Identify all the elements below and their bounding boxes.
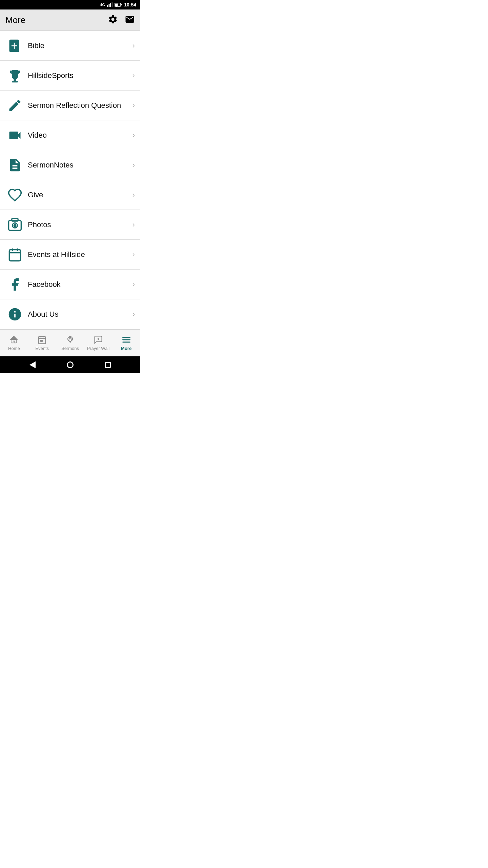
app-header: More xyxy=(0,9,140,31)
svg-line-7 xyxy=(117,3,117,7)
back-button[interactable] xyxy=(29,361,36,368)
tab-more[interactable]: More xyxy=(112,330,140,356)
settings-button[interactable] xyxy=(108,14,118,26)
svg-rect-17 xyxy=(9,250,21,261)
more-tab-icon xyxy=(122,335,131,344)
facebook-icon-wrapper xyxy=(5,277,24,292)
trophy-icon xyxy=(7,68,22,83)
svg-rect-12 xyxy=(12,81,18,82)
menu-item-hillside-sports[interactable]: HillsideSports › xyxy=(0,61,140,91)
edit-icon-wrapper xyxy=(5,98,24,113)
svg-rect-25 xyxy=(40,340,41,341)
svg-rect-15 xyxy=(12,218,18,221)
menu-item-hillside-sports-label: HillsideSports xyxy=(24,71,133,80)
more-tab-label: More xyxy=(121,346,131,351)
chevron-icon: › xyxy=(133,41,135,50)
video-icon-wrapper xyxy=(5,128,24,143)
chevron-icon: › xyxy=(133,131,135,140)
heart-icon-wrapper xyxy=(5,188,24,202)
home-tab-icon xyxy=(9,335,19,344)
svg-rect-5 xyxy=(121,4,122,5)
tab-home[interactable]: Home xyxy=(0,330,28,356)
svg-rect-6 xyxy=(115,4,118,6)
video-icon xyxy=(7,128,22,143)
svg-rect-11 xyxy=(14,79,16,81)
recents-button[interactable] xyxy=(104,361,111,368)
android-nav-bar xyxy=(0,356,140,373)
signal-bars-icon xyxy=(107,2,113,7)
messages-button[interactable] xyxy=(125,14,135,26)
trophy-icon-wrapper xyxy=(5,68,24,83)
chevron-icon: › xyxy=(133,280,135,289)
battery-icon xyxy=(115,3,122,7)
back-icon xyxy=(29,361,36,368)
mail-icon xyxy=(125,14,135,24)
home-icon xyxy=(67,361,74,368)
menu-item-photos-label: Photos xyxy=(24,220,133,229)
bible-icon xyxy=(7,38,22,53)
notes-icon xyxy=(7,158,22,173)
svg-point-16 xyxy=(14,224,16,226)
sermons-tab-icon xyxy=(65,335,75,344)
menu-item-bible[interactable]: Bible › xyxy=(0,31,140,61)
camera-icon xyxy=(7,217,22,232)
heart-icon xyxy=(7,188,22,202)
calendar-icon xyxy=(7,247,22,262)
camera-icon-wrapper xyxy=(5,217,24,232)
prayer-tab-icon xyxy=(94,335,103,344)
menu-item-photos[interactable]: Photos › xyxy=(0,210,140,240)
sermons-tab-label: Sermons xyxy=(61,346,79,351)
menu-item-sermon-notes[interactable]: SermonNotes › xyxy=(0,150,140,180)
prayer-wall-tab-label: Prayer Wall xyxy=(87,346,109,351)
events-tab-label: Events xyxy=(35,346,49,351)
menu-item-facebook[interactable]: Facebook › xyxy=(0,270,140,299)
recents-icon xyxy=(105,362,111,368)
home-tab-label: Home xyxy=(8,346,20,351)
events-tab-icon xyxy=(37,335,47,344)
header-actions xyxy=(108,14,135,26)
menu-item-sermon-reflection[interactable]: Sermon Reflection Question › xyxy=(0,91,140,120)
clock: 10:54 xyxy=(124,2,136,7)
tab-sermons[interactable]: Sermons xyxy=(56,330,84,356)
chevron-icon: › xyxy=(133,101,135,110)
svg-rect-1 xyxy=(109,4,110,7)
gear-icon xyxy=(108,14,118,24)
home-button[interactable] xyxy=(67,361,74,368)
menu-item-give[interactable]: Give › xyxy=(0,180,140,210)
menu-item-bible-label: Bible xyxy=(24,41,133,50)
edit-icon xyxy=(7,98,22,113)
svg-rect-0 xyxy=(107,5,108,7)
menu-list: Bible › HillsideSports › Sermon Reflecti… xyxy=(0,31,140,329)
chevron-icon: › xyxy=(133,250,135,259)
tab-prayer-wall[interactable]: Prayer Wall xyxy=(84,330,112,356)
info-icon xyxy=(7,307,22,322)
menu-item-about-us[interactable]: About Us › xyxy=(0,299,140,329)
signal-indicator: 4G xyxy=(100,3,105,7)
menu-item-events-hillside-label: Events at Hillside xyxy=(24,250,133,259)
menu-item-events-at-hillside[interactable]: Events at Hillside › xyxy=(0,240,140,270)
chevron-icon: › xyxy=(133,191,135,199)
chevron-icon: › xyxy=(133,71,135,80)
bible-icon-wrapper xyxy=(5,38,24,53)
status-bar: 4G 10:54 xyxy=(0,0,140,9)
info-icon-wrapper xyxy=(5,307,24,322)
svg-rect-26 xyxy=(42,340,43,341)
facebook-icon xyxy=(7,277,22,292)
chevron-icon: › xyxy=(133,161,135,170)
svg-rect-3 xyxy=(112,2,113,7)
notes-icon-wrapper xyxy=(5,158,24,173)
tab-events[interactable]: Events xyxy=(28,330,56,356)
menu-item-video[interactable]: Video › xyxy=(0,120,140,150)
chevron-icon: › xyxy=(133,220,135,229)
menu-item-give-label: Give xyxy=(24,191,133,199)
calendar-icon-wrapper xyxy=(5,247,24,262)
menu-item-facebook-label: Facebook xyxy=(24,280,133,289)
menu-item-video-label: Video xyxy=(24,131,133,140)
svg-rect-2 xyxy=(110,3,111,7)
page-title: More xyxy=(5,15,25,25)
tab-bar: Home Events Sermons Prayer Wall xyxy=(0,329,140,356)
menu-item-about-us-label: About Us xyxy=(24,310,133,319)
menu-item-sermon-reflection-label: Sermon Reflection Question xyxy=(24,101,133,110)
menu-item-sermon-notes-label: SermonNotes xyxy=(24,161,133,170)
chevron-icon: › xyxy=(133,310,135,319)
